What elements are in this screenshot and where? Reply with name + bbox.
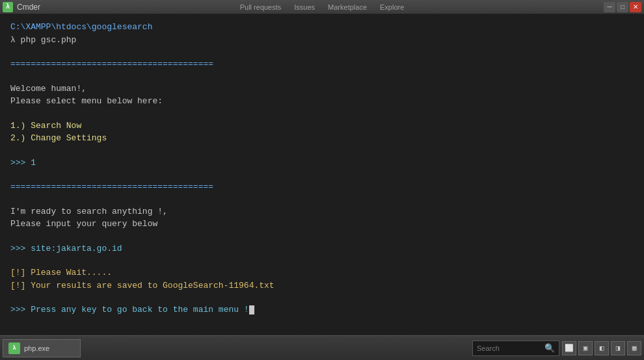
maximize-button[interactable]: □ (617, 2, 628, 12)
minimize-button[interactable]: ─ (604, 2, 615, 12)
taskbar-app-icon-label: λ (12, 345, 16, 352)
title-bar-left: λ Cmder (3, 2, 40, 12)
taskbar-icons: ⬜ ▣ ◧ ◨ ▦ (562, 341, 641, 355)
welcome-line2: Please select menu below here: (10, 95, 634, 108)
menu-marketplace[interactable]: Marketplace (328, 3, 367, 11)
terminal-command: λ php gsc.php (10, 34, 634, 47)
app-icon: λ (3, 2, 13, 12)
search-icon: 🔍 (544, 343, 555, 354)
input1-prompt: >>> 1 (10, 157, 634, 170)
separator-1: ======================================== (10, 58, 634, 71)
title-bar: λ Cmder Pull requests Issues Marketplace… (0, 0, 644, 14)
terminal-cursor (249, 305, 254, 315)
window-controls: ─ □ ✕ (604, 2, 641, 12)
ready-line2: Please input your query below (10, 218, 634, 231)
title-bar-menu: Pull requests Issues Marketplace Explore (40, 3, 604, 11)
menu-issues[interactable]: Issues (294, 3, 315, 11)
taskbar-icon-5[interactable]: ▦ (627, 341, 641, 355)
input2-prompt: >>> site:jakarta.go.id (10, 242, 634, 255)
taskbar-search[interactable]: 🔍 (472, 341, 559, 356)
taskbar: λ php.exe 🔍 ⬜ ▣ ◧ ◨ ▦ (0, 335, 644, 360)
back-prompt: >>> Press any key to go back to the main… (10, 303, 634, 316)
taskbar-app-label: php.exe (24, 344, 49, 352)
result-line: [!] Your results are saved to GoogleSear… (10, 279, 634, 292)
terminal-window[interactable]: C:\XAMPP\htdocs\googlesearch λ php gsc.p… (0, 14, 644, 335)
menu-pull-requests[interactable]: Pull requests (240, 3, 282, 11)
taskbar-icon-1[interactable]: ⬜ (562, 341, 576, 355)
terminal-path: C:\XAMPP\htdocs\googlesearch (10, 21, 634, 34)
terminal-content: C:\XAMPP\htdocs\googlesearch λ php gsc.p… (10, 21, 634, 316)
welcome-line1: Welcome human!, (10, 83, 634, 96)
taskbar-icon-4[interactable]: ◨ (611, 341, 625, 355)
wait-line: [!] Please Wait..... (10, 266, 634, 279)
taskbar-app[interactable]: λ php.exe (3, 339, 81, 357)
search-input[interactable] (477, 344, 542, 352)
menu-explore[interactable]: Explore (380, 3, 404, 11)
menu-option2: 2.) Change Settings (10, 132, 634, 145)
taskbar-icon-2[interactable]: ▣ (578, 341, 593, 355)
taskbar-app-icon: λ (8, 342, 20, 354)
separator-2: ======================================== (10, 181, 634, 194)
close-button[interactable]: ✕ (630, 2, 641, 12)
menu-option1: 1.) Search Now (10, 120, 634, 133)
ready-line1: I'm ready to search anything !, (10, 205, 634, 218)
taskbar-icon-3[interactable]: ◧ (595, 341, 609, 355)
window-title: Cmder (17, 3, 40, 12)
app-icon-label: λ (6, 3, 10, 10)
